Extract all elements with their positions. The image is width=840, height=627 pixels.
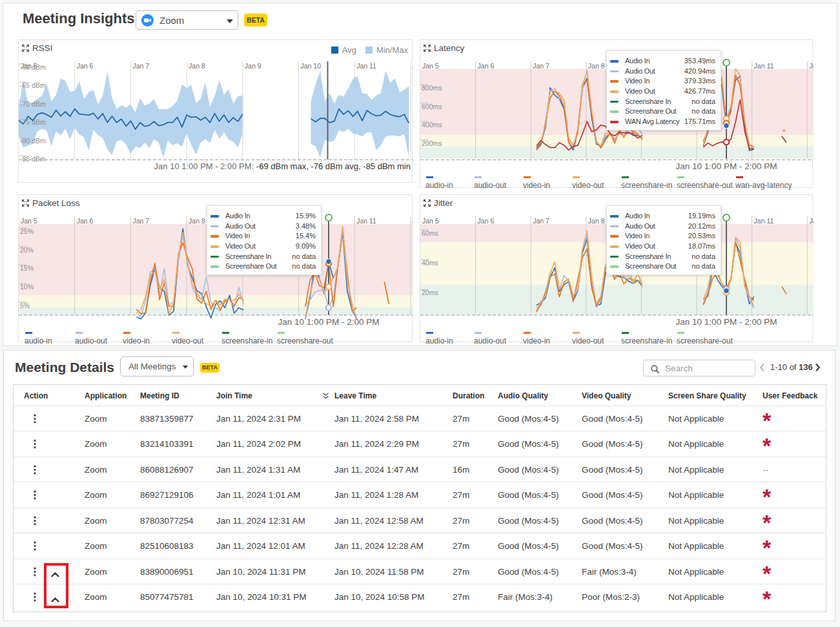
svg-text:20%: 20% bbox=[20, 246, 34, 254]
svg-text:Jan 11: Jan 11 bbox=[356, 62, 376, 70]
svg-text:Jan 10: Jan 10 bbox=[301, 62, 322, 70]
svg-text:-60 dBm: -60 dBm bbox=[20, 63, 46, 71]
svg-text:Jan 7: Jan 7 bbox=[132, 62, 149, 70]
svg-text:-65 dBm: -65 dBm bbox=[20, 81, 46, 89]
svg-text:Jan 8: Jan 8 bbox=[189, 217, 205, 225]
svg-text:-75 dBm: -75 dBm bbox=[20, 118, 46, 126]
svg-text:60ms: 60ms bbox=[422, 229, 438, 237]
svg-text:Jan 5: Jan 5 bbox=[422, 217, 439, 225]
svg-text:Jan 7: Jan 7 bbox=[533, 217, 549, 225]
svg-text:Jan 8: Jan 8 bbox=[588, 62, 605, 70]
svg-text:Jan 6: Jan 6 bbox=[77, 62, 94, 70]
svg-text:Jan 11: Jan 11 bbox=[754, 217, 774, 225]
svg-text:-85 dBm: -85 dBm bbox=[20, 155, 46, 163]
svg-text:800ms: 800ms bbox=[422, 84, 442, 92]
svg-text:Jan 8: Jan 8 bbox=[189, 62, 205, 70]
svg-text:Jan 5: Jan 5 bbox=[422, 62, 439, 70]
svg-text:Jan 9: Jan 9 bbox=[245, 62, 261, 70]
svg-text:400ms: 400ms bbox=[422, 121, 442, 128]
svg-text:Jan 7: Jan 7 bbox=[533, 62, 549, 70]
svg-text:-70 dBm: -70 dBm bbox=[20, 100, 46, 108]
svg-text:25%: 25% bbox=[20, 227, 34, 235]
svg-text:40ms: 40ms bbox=[422, 259, 438, 267]
svg-text:Jan 6: Jan 6 bbox=[478, 62, 495, 70]
svg-text:600ms: 600ms bbox=[422, 103, 442, 110]
svg-text:200ms: 200ms bbox=[422, 139, 442, 147]
svg-text:20ms: 20ms bbox=[422, 289, 438, 296]
svg-text:Jan 11: Jan 11 bbox=[754, 62, 774, 70]
svg-text:Jan 6: Jan 6 bbox=[478, 217, 495, 225]
svg-text:Jan 5: Jan 5 bbox=[21, 217, 37, 225]
svg-text:-80 dBm: -80 dBm bbox=[20, 137, 46, 145]
svg-text:5%: 5% bbox=[20, 302, 30, 309]
svg-text:Jan 8: Jan 8 bbox=[588, 217, 605, 225]
svg-text:15%: 15% bbox=[20, 264, 34, 272]
svg-text:Jan 11: Jan 11 bbox=[356, 217, 376, 225]
svg-text:10%: 10% bbox=[20, 283, 34, 291]
svg-text:Jan 6: Jan 6 bbox=[77, 217, 94, 225]
svg-text:Jan 7: Jan 7 bbox=[132, 217, 149, 225]
